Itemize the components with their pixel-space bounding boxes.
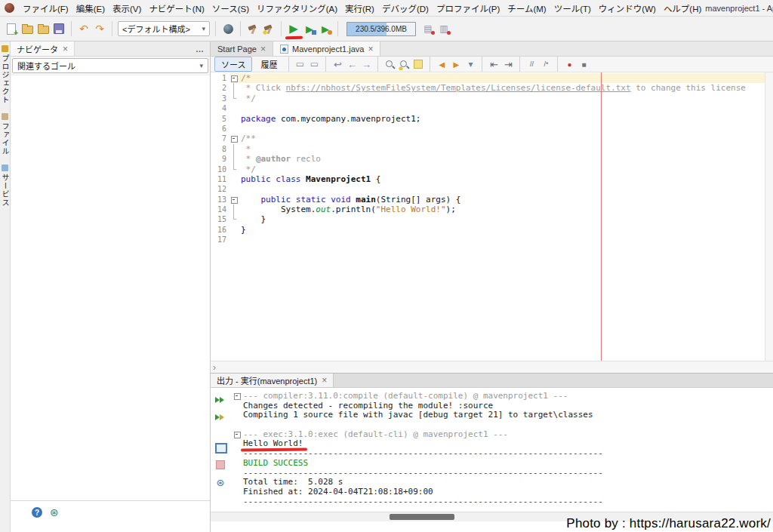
stop-macro-icon[interactable]: ■: [577, 58, 590, 70]
navigator-panel: ナビゲータ × … 関連するゴール ▾ ? ⊛: [11, 42, 211, 532]
breadcrumb-expand-icon[interactable]: ›: [213, 363, 216, 372]
menu-team[interactable]: チーム(M): [504, 0, 550, 17]
editor-tab-mavenproject1-java[interactable]: Mavenproject1.java×: [273, 42, 380, 56]
diff-next-icon[interactable]: ▭: [308, 58, 320, 70]
find-selection-icon[interactable]: [398, 58, 410, 70]
save-all-icon[interactable]: [52, 22, 66, 35]
code-text: [239, 235, 765, 244]
editor-body[interactable]: 1/*2 * Click nbfs://nbhost/SystemFileSys…: [211, 72, 773, 361]
back-icon[interactable]: ←: [346, 58, 358, 70]
output-settings-icon[interactable]: ⊛: [214, 475, 227, 489]
rail-tab-projects[interactable]: プロジェクト: [0, 45, 11, 104]
settings-icon[interactable]: ⊛: [50, 507, 59, 518]
output-console[interactable]: --- compiler:3.11.0:compile (default-com…: [230, 388, 773, 512]
code-text: System.out.println("Hello World!");: [239, 204, 765, 214]
code-line: 10 */: [211, 165, 765, 174]
menu-debug[interactable]: デバッグ(D): [378, 0, 433, 17]
shift-right-icon[interactable]: ⇥: [502, 58, 514, 70]
uncomment-icon[interactable]: /*: [540, 58, 552, 70]
main-area: プロジェクトファイルサービス ナビゲータ × … 関連するゴール ▾ ? ⊛: [0, 42, 773, 532]
close-icon[interactable]: ×: [322, 376, 327, 385]
close-icon[interactable]: ×: [63, 45, 68, 54]
debug-project-icon[interactable]: ▶: [303, 22, 316, 35]
code-text: /*: [239, 73, 765, 83]
menu-view[interactable]: 表示(V): [109, 0, 145, 17]
editor-tabbar: Start Page×Mavenproject1.java×: [211, 42, 773, 57]
rerun-icon[interactable]: [214, 393, 227, 407]
fold-toggle-icon[interactable]: [230, 73, 239, 83]
find-icon[interactable]: [383, 58, 396, 70]
toolbar-separator: [430, 57, 430, 72]
breadcrumb-bar: ›: [211, 361, 773, 373]
build-project-icon[interactable]: [246, 22, 260, 35]
stop-build-icon[interactable]: [214, 458, 227, 472]
output-text-line: Compiling 1 source file with javac [debu…: [243, 411, 593, 420]
output-gutter: [233, 411, 243, 420]
comment-icon[interactable]: //: [525, 58, 537, 70]
menu-file[interactable]: ファイル(F): [19, 0, 72, 17]
menu-profile[interactable]: プロファイル(P): [433, 0, 504, 17]
open-project-icon[interactable]: [36, 22, 50, 35]
editor-tab-start-page[interactable]: Start Page×: [211, 42, 273, 56]
run-project-icon[interactable]: ▶: [287, 22, 300, 35]
redo-icon[interactable]: ↷: [93, 22, 106, 35]
output-tab[interactable]: 出力 - 実行(mavenproject1) ×: [211, 374, 334, 387]
output-gutter: [233, 478, 243, 487]
shift-left-icon[interactable]: ⇤: [488, 58, 500, 70]
rail-tab-services[interactable]: サービス: [0, 165, 11, 207]
toolbar-separator: [215, 21, 216, 36]
line-number: 11: [211, 174, 230, 184]
fold-toggle-icon[interactable]: [233, 430, 243, 440]
source-view-button[interactable]: ソース: [214, 57, 252, 72]
new-file-icon[interactable]: [5, 22, 18, 35]
navigator-scope-select[interactable]: 関連するゴール ▾: [12, 58, 208, 73]
toggle-highlight-icon[interactable]: [412, 58, 424, 70]
memory-indicator[interactable]: 230.5/396.0MB: [346, 22, 416, 36]
output-gutter: [233, 459, 243, 469]
rail-tab-files[interactable]: ファイル: [0, 113, 11, 155]
toggle-bookmark-icon[interactable]: ▾: [464, 58, 476, 70]
fold-toggle-icon[interactable]: [230, 195, 239, 204]
profile-snapshot-icon[interactable]: ▤: [421, 22, 435, 35]
start-macro-icon[interactable]: ●: [563, 58, 575, 70]
fold-guide: [230, 235, 239, 244]
dock-window-icon[interactable]: [214, 441, 227, 454]
menu-source[interactable]: ソース(S): [208, 0, 253, 17]
navigator-header: ナビゲータ × …: [11, 42, 210, 57]
fold-toggle-icon[interactable]: [233, 392, 243, 401]
clean-build-project-icon[interactable]: [262, 22, 276, 35]
line-number: 8: [211, 144, 230, 154]
close-icon[interactable]: ×: [368, 45, 373, 54]
history-view-button[interactable]: 履歴: [254, 57, 284, 72]
menu-tools[interactable]: ツール(T): [550, 0, 595, 17]
next-bookmark-icon[interactable]: ▶: [450, 58, 462, 70]
menu-refactor[interactable]: リファクタリング(A): [253, 0, 341, 17]
menu-edit[interactable]: 編集(E): [72, 0, 109, 17]
navigator-tab[interactable]: ナビゲータ ×: [11, 42, 75, 56]
output-gutter: [233, 420, 243, 430]
close-icon[interactable]: ×: [260, 45, 266, 54]
config-select[interactable]: <デフォルト構成> ▾: [118, 21, 210, 36]
last-edit-icon[interactable]: ↩: [331, 58, 343, 70]
fold-toggle-icon[interactable]: [230, 134, 239, 143]
navigator-combo-row: 関連するゴール ▾: [11, 57, 210, 75]
browser-icon[interactable]: [221, 22, 235, 35]
rerun-with-params-icon[interactable]: [214, 411, 227, 424]
menu-run[interactable]: 実行(R): [341, 0, 378, 17]
menubar: ファイル(F)編集(E)表示(V)ナビゲート(N)ソース(S)リファクタリング(…: [0, 0, 773, 17]
code-line: 9 * @author reclo: [211, 154, 765, 164]
menu-navigate[interactable]: ナビゲート(N): [145, 0, 208, 17]
undo-icon[interactable]: ↶: [77, 22, 91, 35]
help-icon[interactable]: ?: [32, 507, 42, 518]
prev-bookmark-icon[interactable]: ◀: [436, 58, 448, 70]
menu-window[interactable]: ウィンドウ(W): [595, 0, 660, 17]
profile-project-icon[interactable]: ▶: [319, 22, 332, 35]
scrollbar-thumb[interactable]: [390, 514, 454, 520]
gc-icon[interactable]: ▥: [437, 22, 451, 35]
panel-menu-icon[interactable]: …: [190, 42, 210, 56]
menu-help[interactable]: ヘルプ(H): [660, 0, 705, 17]
chevron-down-icon: ▾: [202, 25, 205, 32]
new-project-icon[interactable]: [20, 22, 34, 35]
diff-prev-icon[interactable]: ▭: [294, 58, 306, 70]
forward-icon[interactable]: →: [360, 58, 372, 70]
